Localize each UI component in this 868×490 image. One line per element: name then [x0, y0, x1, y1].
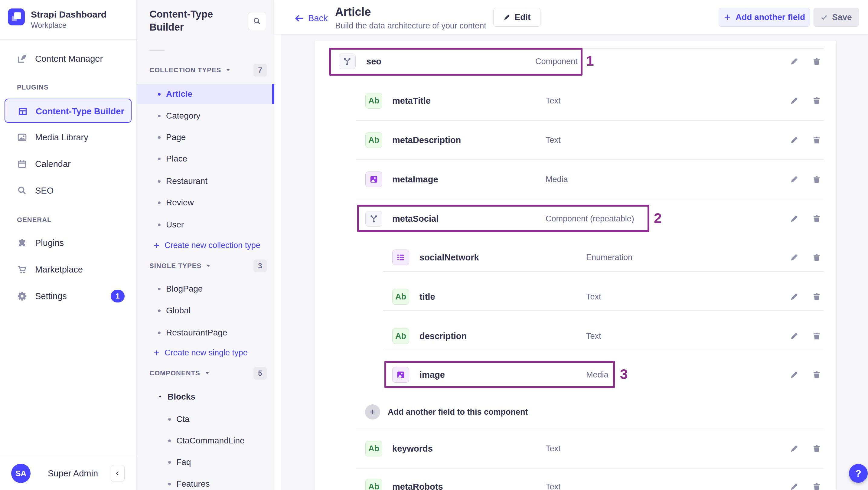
field-type: Media: [546, 175, 568, 184]
page-title: Article: [335, 5, 371, 19]
collection-types-header[interactable]: COLLECTION TYPES: [149, 66, 231, 74]
sidebar-item-calendar[interactable]: Calendar: [17, 159, 71, 169]
delete-field-button[interactable]: [810, 173, 823, 185]
delete-field-button[interactable]: [810, 95, 823, 107]
delete-field-button[interactable]: [810, 330, 823, 342]
delete-field-button[interactable]: [810, 369, 823, 381]
text-field-icon: Ab: [365, 441, 382, 456]
collection-type-category[interactable]: Category: [158, 111, 200, 121]
collection-type-review[interactable]: Review: [158, 198, 194, 208]
bullet-icon: [168, 483, 171, 486]
pencil-icon: [790, 214, 799, 223]
delete-field-button[interactable]: [810, 481, 823, 490]
trash-icon: [812, 444, 821, 453]
save-button[interactable]: Save: [813, 8, 859, 27]
delete-field-button[interactable]: [810, 213, 823, 225]
edit-field-button[interactable]: [788, 213, 800, 225]
edit-field-button[interactable]: [788, 251, 800, 264]
help-button[interactable]: ?: [849, 464, 868, 483]
page-header: Back Article Build the data architecture…: [274, 0, 868, 34]
bullet-icon: [168, 439, 171, 442]
components-header[interactable]: COMPONENTS: [149, 369, 210, 377]
sidebar-item-marketplace[interactable]: Marketplace: [17, 264, 83, 275]
media-field-icon: [365, 172, 382, 187]
search-button[interactable]: [248, 12, 266, 30]
single-type-global[interactable]: Global: [158, 306, 190, 315]
picture-icon: [17, 132, 27, 143]
bullet-icon: [158, 115, 161, 117]
edit-field-button[interactable]: [788, 442, 800, 455]
single-types-header[interactable]: SINGLE TYPES: [149, 262, 211, 270]
component-group-blocks[interactable]: Blocks: [157, 392, 195, 402]
row-separator: [356, 120, 824, 121]
arrow-left-icon: [294, 13, 304, 23]
field-name: metaTitle: [392, 96, 431, 106]
picture-icon: [369, 175, 378, 184]
collection-type-place[interactable]: Place: [158, 154, 187, 164]
field-type: Text: [546, 135, 561, 145]
pencil-icon: [790, 96, 799, 105]
field-type: Component: [535, 57, 578, 66]
trash-icon: [812, 482, 821, 490]
single-type-restaurantpage[interactable]: RestaurantPage: [158, 328, 227, 338]
add-field-to-component-button[interactable]: [365, 404, 380, 420]
field-name: seo: [366, 57, 381, 66]
component-cta[interactable]: Cta: [168, 415, 190, 424]
delete-field-button[interactable]: [810, 442, 823, 455]
edit-field-button[interactable]: [788, 95, 800, 107]
sidebar-item-media-library[interactable]: Media Library: [17, 132, 88, 143]
edit-field-button[interactable]: [788, 481, 800, 490]
component-features[interactable]: Features: [168, 479, 210, 489]
collection-type-article[interactable]: Article: [158, 89, 192, 99]
delete-field-button[interactable]: [810, 134, 823, 146]
field-name: title: [420, 292, 435, 302]
sidebar-item-plugins[interactable]: Plugins: [17, 238, 64, 248]
delete-field-button[interactable]: [810, 55, 823, 67]
main-sidebar: Strapi Dashboard Workplace Content Manag…: [0, 0, 137, 490]
sidebar-item-content-type-builder[interactable]: Content-Type Builder: [4, 99, 131, 123]
text-field-icon: Ab: [365, 479, 382, 490]
create-single-type-link[interactable]: Create new single type: [153, 348, 248, 358]
field-name: metaSocial: [392, 214, 438, 224]
back-link[interactable]: Back: [294, 13, 328, 23]
row-separator: [383, 310, 824, 311]
collapse-sidebar-button[interactable]: [111, 465, 125, 482]
sidebar-item-seo[interactable]: SEO: [17, 185, 54, 196]
edit-field-button[interactable]: [788, 291, 800, 303]
delete-field-button[interactable]: [810, 291, 823, 303]
sidebar-section-plugins: PLUGINS: [17, 84, 49, 91]
add-field-to-component-label[interactable]: Add another field to this component: [388, 407, 528, 417]
branch-nodes-icon: [369, 214, 378, 223]
edit-field-button[interactable]: [788, 369, 800, 381]
create-collection-type-link[interactable]: Create new collection type: [153, 241, 260, 250]
divider: [0, 39, 136, 40]
collection-type-user[interactable]: User: [158, 220, 184, 229]
sidebar-item-content-manager[interactable]: Content Manager: [17, 54, 103, 64]
sidebar-item-settings[interactable]: Settings: [17, 291, 67, 301]
text-field-icon: Ab: [365, 132, 382, 148]
add-another-field-button[interactable]: Add another field: [719, 8, 810, 27]
collection-type-restaurant[interactable]: Restaurant: [158, 176, 208, 186]
edit-field-button[interactable]: [788, 330, 800, 342]
bullet-icon: [158, 136, 161, 139]
field-type: Enumeration: [586, 253, 632, 262]
collection-type-page[interactable]: Page: [158, 132, 186, 142]
edit-field-button[interactable]: [788, 134, 800, 146]
trash-icon: [812, 135, 821, 145]
pencil-icon: [790, 175, 799, 184]
component-faq[interactable]: Faq: [168, 457, 191, 467]
delete-field-button[interactable]: [810, 251, 823, 264]
edit-field-button[interactable]: [788, 173, 800, 185]
text-field-icon: Ab: [392, 289, 409, 305]
grid-icon: [18, 106, 28, 117]
field-type: Text: [586, 332, 601, 341]
pencil-icon: [790, 482, 799, 490]
field-type: Text: [586, 292, 601, 302]
edit-field-button[interactable]: [788, 55, 800, 67]
single-type-blogpage[interactable]: BlogPage: [158, 284, 203, 294]
edit-button[interactable]: Edit: [493, 8, 540, 27]
plus-icon: [369, 408, 376, 416]
pencil-icon: [790, 57, 799, 66]
avatar[interactable]: SA: [11, 464, 31, 483]
component-ctacommandline[interactable]: CtaCommandLine: [168, 436, 245, 446]
